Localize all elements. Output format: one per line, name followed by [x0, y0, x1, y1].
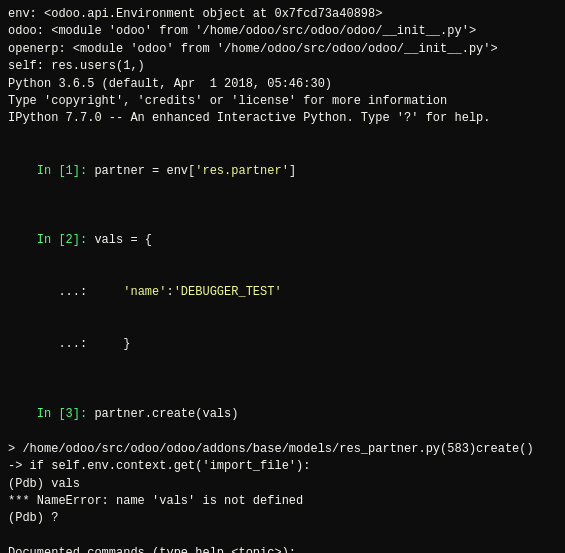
- line-in2-name: ...: 'name':'DEBUGGER_TEST': [8, 267, 557, 319]
- key-name: 'name': [123, 285, 166, 299]
- line-self: self: res.users(1,): [8, 58, 557, 75]
- line-odoo: odoo: <module 'odoo' from '/home/odoo/sr…: [8, 23, 557, 40]
- code-in2-dots1: ...:: [37, 285, 95, 299]
- line-type-copy: Type 'copyright', 'credits' or 'license'…: [8, 93, 557, 110]
- blank-2: [8, 197, 557, 214]
- colon-sep: :: [166, 285, 173, 299]
- line-pdb-vals: (Pdb) vals: [8, 476, 557, 493]
- prompt-in2: In [2]:: [37, 233, 95, 247]
- string-partner: 'res.partner': [195, 164, 289, 178]
- code-in3: partner.create(vals): [94, 407, 238, 421]
- line-in3: In [3]: partner.create(vals): [8, 389, 557, 441]
- line-python-ver: Python 3.6.5 (default, Apr 1 2018, 05:46…: [8, 76, 557, 93]
- line-arrow: -> if self.env.context.get('import_file'…: [8, 458, 557, 475]
- line-in1: In [1]: partner = env['res.partner']: [8, 145, 557, 197]
- code-in1-close: ]: [289, 164, 296, 178]
- line-in2: In [2]: vals = {: [8, 215, 557, 267]
- line-pdb-q: (Pdb) ?: [8, 510, 557, 527]
- prompt-in3: In [3]:: [37, 407, 95, 421]
- blank-3: [8, 371, 557, 388]
- line-ipython-ver: IPython 7.7.0 -- An enhanced Interactive…: [8, 110, 557, 127]
- val-debugger: 'DEBUGGER_TEST': [174, 285, 282, 299]
- code-in2-brace: }: [94, 337, 130, 351]
- code-in1: partner = env[: [94, 164, 195, 178]
- blank-1: [8, 128, 557, 145]
- prompt-in1: In [1]:: [37, 164, 95, 178]
- code-in2-indent: [94, 285, 123, 299]
- terminal: env: <odoo.api.Environment object at 0x7…: [8, 6, 557, 553]
- line-nameerror: *** NameError: name 'vals' is not define…: [8, 493, 557, 510]
- code-in2-dots2: ...:: [37, 337, 95, 351]
- line-env: env: <odoo.api.Environment object at 0x7…: [8, 6, 557, 23]
- line-in2-close: ...: }: [8, 319, 557, 371]
- code-in2: vals = {: [94, 233, 152, 247]
- blank-4: [8, 528, 557, 545]
- line-openerp: openerp: <module 'odoo' from '/home/odoo…: [8, 41, 557, 58]
- line-source: > /home/odoo/src/odoo/odoo/addons/base/m…: [8, 441, 557, 458]
- line-documented: Documented commands (type help <topic>):: [8, 545, 557, 553]
